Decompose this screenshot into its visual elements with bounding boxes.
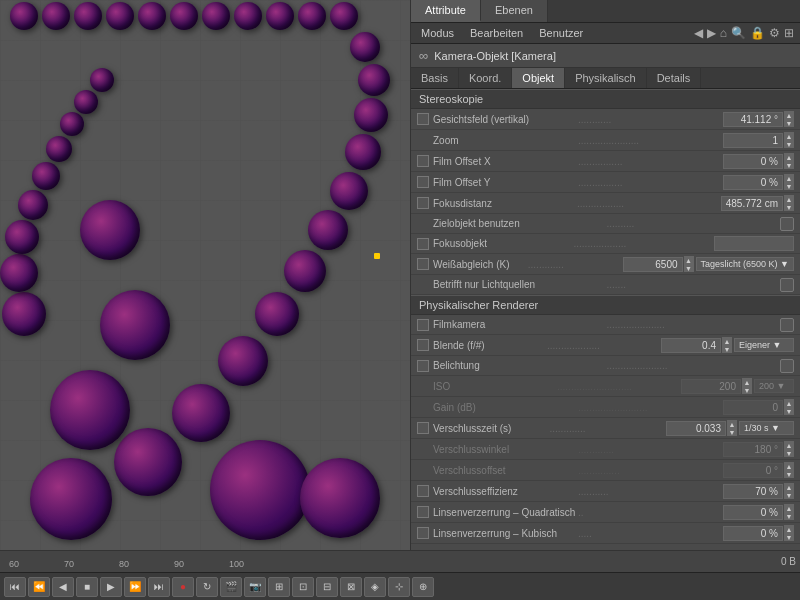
toggle-zielobjekt[interactable] bbox=[780, 217, 794, 231]
btn-camera[interactable]: 📷 bbox=[244, 577, 266, 597]
props-panel[interactable]: Stereoskopie Gesichtsfeld (vertikal) ...… bbox=[411, 89, 800, 550]
spin-up-zoom[interactable]: ▲ bbox=[784, 132, 794, 140]
tab-ebenen[interactable]: Ebenen bbox=[481, 0, 548, 22]
spin-up-fokus[interactable]: ▲ bbox=[784, 195, 794, 203]
spin-dn-film-y[interactable]: ▼ bbox=[784, 182, 794, 190]
btn-layers[interactable]: ⊞ bbox=[268, 577, 290, 597]
search-icon[interactable]: 🔍 bbox=[731, 26, 746, 40]
btn-loop[interactable]: ↻ bbox=[196, 577, 218, 597]
spin-up-veff[interactable]: ▲ bbox=[784, 483, 794, 491]
tab-attribute[interactable]: Attribute bbox=[411, 0, 481, 22]
btn-step-fwd[interactable]: ⏩ bbox=[124, 577, 146, 597]
spin-up-film-x[interactable]: ▲ bbox=[784, 153, 794, 161]
toggle-betrifft[interactable] bbox=[780, 278, 794, 292]
checkbox-belichtung[interactable] bbox=[417, 360, 429, 372]
btn-more2[interactable]: ⊟ bbox=[316, 577, 338, 597]
btn-play[interactable]: ▶ bbox=[100, 577, 122, 597]
btn-more5[interactable]: ⊹ bbox=[388, 577, 410, 597]
value-blende[interactable]: 0.4 bbox=[661, 338, 721, 353]
checkbox-verschlusseffizienz[interactable] bbox=[417, 485, 429, 497]
spin-dn-lq[interactable]: ▼ bbox=[784, 512, 794, 520]
checkbox-filmkamera[interactable] bbox=[417, 319, 429, 331]
value-verschlusseffizienz[interactable]: 70 % bbox=[723, 484, 783, 499]
value-film-offset-y[interactable]: 0 % bbox=[723, 175, 783, 190]
btn-render[interactable]: 🎬 bbox=[220, 577, 242, 597]
toolbar-bearbeiten[interactable]: Bearbeiten bbox=[466, 26, 527, 40]
toolbar-benutzer[interactable]: Benutzer bbox=[535, 26, 587, 40]
lock-icon[interactable]: 🔒 bbox=[750, 26, 765, 40]
btn-more4[interactable]: ◈ bbox=[364, 577, 386, 597]
spinner-blende[interactable]: ▲ ▼ bbox=[722, 337, 732, 353]
spinner-zoom[interactable]: ▲ ▼ bbox=[784, 132, 794, 148]
dropdown-verschlusszeit[interactable]: 1/30 s ▼ bbox=[739, 421, 794, 435]
btn-more1[interactable]: ⊡ bbox=[292, 577, 314, 597]
checkbox-fokusobjekt[interactable] bbox=[417, 238, 429, 250]
value-linsen-kub[interactable]: 0 % bbox=[723, 526, 783, 541]
btn-play-end[interactable]: ⏭ bbox=[148, 577, 170, 597]
toggle-belichtung[interactable] bbox=[780, 359, 794, 373]
spin-up-blende[interactable]: ▲ bbox=[722, 337, 732, 345]
spin-dn-gesichtsfeld[interactable]: ▼ bbox=[784, 119, 794, 127]
tab-details[interactable]: Details bbox=[647, 68, 702, 88]
gear-icon[interactable]: ⚙ bbox=[769, 26, 780, 40]
spinner-linsen-quad[interactable]: ▲ ▼ bbox=[784, 504, 794, 520]
checkbox-weissabgleich[interactable] bbox=[417, 258, 429, 270]
home-icon[interactable]: ⌂ bbox=[720, 26, 727, 40]
checkbox-gesichtsfeld[interactable] bbox=[417, 113, 429, 125]
btn-more6[interactable]: ⊕ bbox=[412, 577, 434, 597]
checkbox-linsen-quad[interactable] bbox=[417, 506, 429, 518]
tab-koord[interactable]: Koord. bbox=[459, 68, 512, 88]
dropdown-blende[interactable]: Eigener ▼ bbox=[734, 338, 794, 352]
spin-dn-veff[interactable]: ▼ bbox=[784, 491, 794, 499]
spin-dn-vzeit[interactable]: ▼ bbox=[727, 428, 737, 436]
value-fokusobjekt[interactable] bbox=[714, 236, 794, 251]
spinner-film-offset-x[interactable]: ▲ ▼ bbox=[784, 153, 794, 169]
spinner-gesichtsfeld[interactable]: ▲ ▼ bbox=[784, 111, 794, 127]
spinner-film-offset-y[interactable]: ▲ ▼ bbox=[784, 174, 794, 190]
btn-record[interactable]: ● bbox=[172, 577, 194, 597]
spin-dn-zoom[interactable]: ▼ bbox=[784, 140, 794, 148]
checkbox-linsen-kub[interactable] bbox=[417, 527, 429, 539]
arrow-right-icon[interactable]: ▶ bbox=[707, 26, 716, 40]
spin-dn-weiss[interactable]: ▼ bbox=[684, 264, 694, 272]
viewport[interactable] bbox=[0, 0, 410, 550]
spinner-weissabgleich[interactable]: ▲ ▼ bbox=[684, 256, 694, 272]
value-weissabgleich[interactable]: 6500 bbox=[623, 257, 683, 272]
value-gesichtsfeld[interactable]: 41.112 ° bbox=[723, 112, 783, 127]
toggle-filmkamera[interactable] bbox=[780, 318, 794, 332]
checkbox-film-offset-y[interactable] bbox=[417, 176, 429, 188]
value-zoom[interactable]: 1 bbox=[723, 133, 783, 148]
tab-physikalisch[interactable]: Physikalisch bbox=[565, 68, 647, 88]
btn-play-back[interactable]: ⏮ bbox=[4, 577, 26, 597]
value-fokusdistanz[interactable]: 485.772 cm bbox=[721, 196, 783, 211]
btn-stop[interactable]: ■ bbox=[76, 577, 98, 597]
spin-up-lk[interactable]: ▲ bbox=[784, 525, 794, 533]
toolbar-modus[interactable]: Modus bbox=[417, 26, 458, 40]
spin-dn-fokus[interactable]: ▼ bbox=[784, 203, 794, 211]
spinner-linsen-kub[interactable]: ▲ ▼ bbox=[784, 525, 794, 541]
spin-dn-lk[interactable]: ▼ bbox=[784, 533, 794, 541]
value-linsen-quad[interactable]: 0 % bbox=[723, 505, 783, 520]
expand-icon[interactable]: ⊞ bbox=[784, 26, 794, 40]
spin-dn-film-x[interactable]: ▼ bbox=[784, 161, 794, 169]
timeline-ruler[interactable]: 60 70 80 90 100 0 B bbox=[0, 550, 800, 572]
spin-up-vzeit[interactable]: ▲ bbox=[727, 420, 737, 428]
checkbox-blende[interactable] bbox=[417, 339, 429, 351]
spin-up-weiss[interactable]: ▲ bbox=[684, 256, 694, 264]
spin-up-lq[interactable]: ▲ bbox=[784, 504, 794, 512]
value-film-offset-x[interactable]: 0 % bbox=[723, 154, 783, 169]
btn-play-back2[interactable]: ◀ bbox=[52, 577, 74, 597]
dropdown-weissabgleich[interactable]: Tageslicht (6500 K) ▼ bbox=[696, 257, 794, 271]
arrow-left-icon[interactable]: ◀ bbox=[694, 26, 703, 40]
btn-more3[interactable]: ⊠ bbox=[340, 577, 362, 597]
spin-up-film-y[interactable]: ▲ bbox=[784, 174, 794, 182]
checkbox-verschlusszeit[interactable] bbox=[417, 422, 429, 434]
tab-objekt[interactable]: Objekt bbox=[512, 68, 565, 88]
spinner-verschlusseffizienz[interactable]: ▲ ▼ bbox=[784, 483, 794, 499]
checkbox-fokusdistanz[interactable] bbox=[417, 197, 429, 209]
checkbox-film-offset-x[interactable] bbox=[417, 155, 429, 167]
spin-dn-blende[interactable]: ▼ bbox=[722, 345, 732, 353]
spin-up-gesichtsfeld[interactable]: ▲ bbox=[784, 111, 794, 119]
spinner-verschlusszeit[interactable]: ▲ ▼ bbox=[727, 420, 737, 436]
btn-step-back[interactable]: ⏪ bbox=[28, 577, 50, 597]
